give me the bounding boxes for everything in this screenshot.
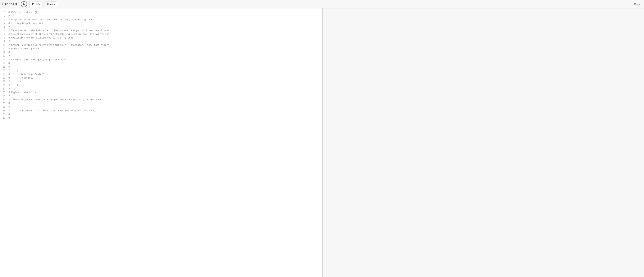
line-number: 14 <box>2 58 5 62</box>
code-line: # Run Query: Ctrl-Enter (or press the pl… <box>8 109 320 113</box>
code-line: # typeaheads aware of the current GraphQ… <box>8 32 320 36</box>
code-line: # with a # are ignored. <box>8 47 320 51</box>
line-number: 30 <box>2 116 5 120</box>
code-line: # Prettify Query: Shift-Ctrl-P (or press… <box>8 98 320 102</box>
line-number: 23 <box>2 91 5 94</box>
code-line: # } <box>8 80 320 83</box>
line-number: 2 <box>2 14 5 18</box>
main-content: 1234567891011121314151617181920212223242… <box>0 8 644 277</box>
chevron-left-icon: ‹ <box>632 3 633 5</box>
code-line: # <box>8 65 320 69</box>
line-number: 6 <box>2 29 5 32</box>
line-number: 13 <box>2 54 5 58</box>
code-line: # <box>8 102 320 105</box>
play-icon <box>23 3 25 5</box>
line-number: 28 <box>2 109 5 113</box>
line-number: 12 <box>2 51 5 54</box>
code-line: # { <box>8 69 320 73</box>
editor-content[interactable]: # Welcome to GraphiQL## GraphiQL is an i… <box>7 8 322 277</box>
code-line: # GraphQL queries typically start with a… <box>8 43 320 47</box>
code-line: # <box>8 116 320 120</box>
code-line: # Keyboard shortcuts: <box>8 91 320 94</box>
line-number: 17 <box>2 69 5 73</box>
line-number: 3 <box>2 18 5 22</box>
line-number: 18 <box>2 73 5 76</box>
toolbar: GraphiQL Prettify History ‹ Docs <box>0 0 644 8</box>
line-number: 7 <box>2 32 5 36</box>
code-line: # <box>8 54 320 58</box>
code-line: # An example GraphQL query might look li… <box>8 58 320 62</box>
run-button[interactable] <box>21 1 27 7</box>
docs-link[interactable]: ‹ Docs <box>631 2 642 6</box>
code-line: # Type queries into this side of the scr… <box>8 29 320 32</box>
line-number: 15 <box>2 62 5 65</box>
line-numbers: 1234567891011121314151617181920212223242… <box>0 8 7 277</box>
line-number: 29 <box>2 113 5 116</box>
editor-panel: 1234567891011121314151617181920212223242… <box>0 8 322 277</box>
line-number: 16 <box>2 65 5 69</box>
code-line: # validation errors highlighted within t… <box>8 36 320 40</box>
code-line: # testing GraphQL queries. <box>8 22 320 25</box>
code-line: # <box>8 87 320 91</box>
code-line: # subField <box>8 76 320 80</box>
history-button[interactable]: History <box>44 1 58 7</box>
line-number: 4 <box>2 22 5 25</box>
results-panel <box>322 8 644 277</box>
line-number: 24 <box>2 94 5 98</box>
line-number: 25 <box>2 98 5 102</box>
code-line: # <box>8 62 320 65</box>
line-number: 22 <box>2 87 5 91</box>
code-line: # <box>8 105 320 109</box>
line-number: 9 <box>2 40 5 43</box>
code-line: # <box>8 94 320 98</box>
line-number: 11 <box>2 47 5 51</box>
docs-label: Docs <box>634 3 640 6</box>
line-number: 5 <box>2 25 5 29</box>
code-line: # <box>8 25 320 29</box>
app-logo: GraphiQL <box>2 2 18 6</box>
line-number: 1 <box>2 11 5 14</box>
line-number: 19 <box>2 76 5 80</box>
code-line: # <box>8 14 320 18</box>
code-line: # } <box>8 83 320 87</box>
line-number: 8 <box>2 36 5 40</box>
line-number: 21 <box>2 83 5 87</box>
code-line: # <box>8 40 320 43</box>
line-number: 27 <box>2 105 5 109</box>
line-number: 26 <box>2 102 5 105</box>
code-line: # <box>8 113 320 116</box>
code-line: # <box>8 51 320 54</box>
line-number: 20 <box>2 80 5 83</box>
code-line: # field(arg: "value") { <box>8 73 320 76</box>
prettify-button[interactable]: Prettify <box>29 1 43 7</box>
code-line: # Welcome to GraphiQL <box>8 11 320 14</box>
code-line: # GraphiQL is an in-browser tool for wri… <box>8 18 320 22</box>
line-number: 10 <box>2 43 5 47</box>
